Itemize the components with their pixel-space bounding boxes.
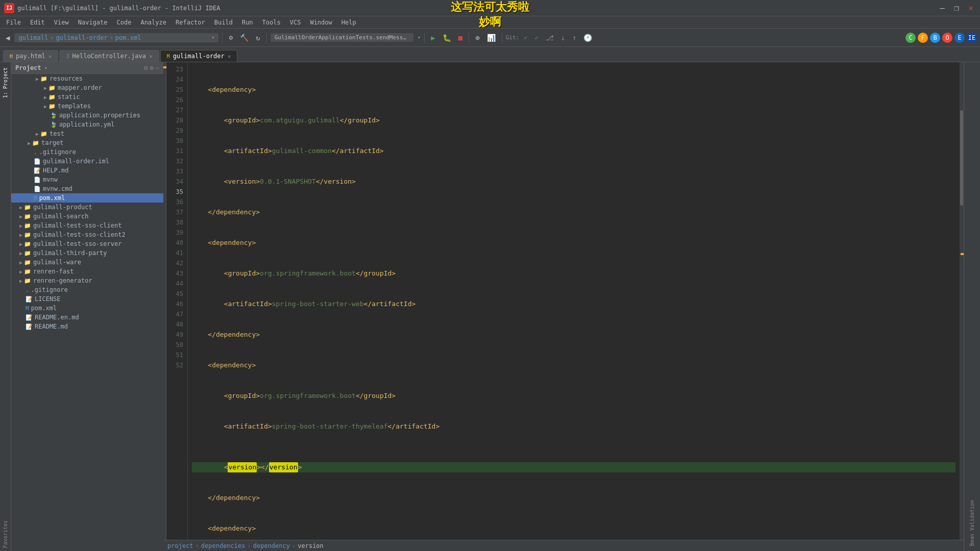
path-dependency[interactable]: dependency <box>253 542 290 549</box>
sync-button[interactable]: ↻ <box>253 33 262 43</box>
tab-close-order[interactable]: ✕ <box>228 53 231 60</box>
menu-build[interactable]: Build <box>210 18 237 27</box>
tree-item-gitignore-order[interactable]: . .gitignore <box>11 147 163 157</box>
tree-item-app-properties[interactable]: 🍃 application.properties <box>11 111 163 120</box>
menu-analyze[interactable]: Analyze <box>136 18 170 27</box>
coverage-button[interactable]: ⊕ <box>473 33 482 43</box>
run-button[interactable]: ▶ <box>428 33 437 43</box>
breadcrumb-gulimall[interactable]: gulimall <box>18 34 48 41</box>
hide-panel-icon[interactable]: — <box>156 64 159 71</box>
minimize-button[interactable]: — <box>937 3 947 13</box>
tree-item-help-md[interactable]: 📝 HELP.md <box>11 166 163 175</box>
tree-item-renren-gen[interactable]: ▶ 📁 renren-generator <box>11 276 163 285</box>
run-config-dropdown[interactable]: ▾ <box>418 34 421 41</box>
tree-item-search[interactable]: ▶ 📁 gulimall-search <box>11 212 163 221</box>
breadcrumb-order[interactable]: gulimall-order <box>56 34 107 41</box>
line-num-44: 44 <box>168 279 183 289</box>
settings-icon[interactable]: ⚙ <box>150 64 154 71</box>
menu-view[interactable]: View <box>50 18 73 27</box>
code-editor[interactable]: <dependency> <groupId>com.atguigu.gulima… <box>188 62 960 540</box>
tree-item-mvnw[interactable]: 📄 mvnw <box>11 175 163 184</box>
settings-button[interactable]: ⚙ <box>226 33 235 42</box>
tree-item-readme-en[interactable]: 📝 README.en.md <box>11 313 163 322</box>
tree-item-renren-fast[interactable]: ▶ 📁 renren-fast <box>11 267 163 276</box>
editor-scrollbar[interactable] <box>960 62 964 540</box>
breadcrumb-pomxml[interactable]: pom.xml <box>115 34 141 41</box>
git-update[interactable]: ↓ <box>558 33 568 43</box>
project-dropdown[interactable]: ▾ <box>44 65 48 71</box>
tree-item-third-party[interactable]: ▶ 📁 gulimall-third-party <box>11 248 163 258</box>
menu-help[interactable]: Help <box>337 18 360 27</box>
git-checkmark[interactable]: ✓ <box>521 33 530 42</box>
tree-item-test[interactable]: ▶ 📁 test <box>11 129 163 138</box>
opera-icon[interactable]: O <box>942 33 952 43</box>
tree-label-help: HELP.md <box>43 167 69 174</box>
tree-item-templates[interactable]: ▶ 📁 templates <box>11 102 163 111</box>
ie-icon[interactable]: IE <box>967 33 977 43</box>
tree-item-mapper-order[interactable]: ▶ 📁 mapper.order <box>11 83 163 92</box>
path-dependencies[interactable]: dependencies <box>201 542 246 549</box>
browser3-icon[interactable]: B <box>930 33 940 43</box>
menu-vcs[interactable]: VCS <box>286 18 305 27</box>
git-tick[interactable]: ✓ <box>532 33 541 42</box>
tree-item-readme[interactable]: 📝 README.md <box>11 322 163 331</box>
tree-item-sso-client[interactable]: ▶ 📁 gulimall-test-sso-client <box>11 221 163 230</box>
tree-item-app-yml[interactable]: 🍃 application.yml <box>11 120 163 129</box>
menu-code[interactable]: Code <box>113 18 136 27</box>
tree-item-pom-order[interactable]: M pom.xml <box>11 193 163 203</box>
path-sep-2: › <box>248 542 251 549</box>
tree-item-resources[interactable]: ▶ 📁 resources <box>11 74 163 83</box>
line-num-46: 46 <box>168 299 183 309</box>
scrollbar-thumb[interactable] <box>960 110 963 206</box>
close-button[interactable]: ✕ <box>966 3 976 13</box>
tree-item-static[interactable]: ▶ 📁 static <box>11 92 163 102</box>
debug-button[interactable]: 🐛 <box>440 33 454 43</box>
tree-item-order-iml[interactable]: 📄 gulimall-order.iml <box>11 157 163 166</box>
menu-file[interactable]: File <box>2 18 25 27</box>
menu-navigate[interactable]: Navigate <box>74 18 112 27</box>
tab-hello-controller[interactable]: J HelloController.java ✕ <box>59 50 159 62</box>
tab-close-pay[interactable]: ✕ <box>48 53 52 60</box>
collapse-all-icon[interactable]: ⊟ <box>144 64 148 71</box>
tree-item-sso-server[interactable]: ▶ 📁 gulimall-test-sso-server <box>11 239 163 248</box>
firefox-icon[interactable]: F <box>918 33 928 43</box>
navigation-breadcrumb[interactable]: gulimall › gulimall-order › pom.xml ▾ <box>14 33 218 42</box>
line-num-38: 38 <box>168 217 183 228</box>
code-line-34: <artifactId>spring-boot-starter-thymelea… <box>192 421 955 432</box>
build-button[interactable]: 🔨 <box>237 33 251 43</box>
menu-tools[interactable]: Tools <box>258 18 285 27</box>
menu-refactor[interactable]: Refactor <box>172 18 209 27</box>
menu-edit[interactable]: Edit <box>26 18 49 27</box>
dropdown-arrow[interactable]: ▾ <box>211 34 215 41</box>
tree-item-sso-client2[interactable]: ▶ 📁 gulimall-test-sso-client2 <box>11 230 163 239</box>
chrome-icon[interactable]: C <box>905 33 916 43</box>
file-tree: ▶ 📁 resources ▶ 📁 mapper.order ▶ 📁 stati… <box>11 74 163 551</box>
tree-item-gitignore-root[interactable]: . .gitignore <box>11 285 163 294</box>
tab-close-hello[interactable]: ✕ <box>149 53 153 60</box>
stop-button[interactable]: ■ <box>456 33 465 43</box>
back-button[interactable]: ◀ <box>3 33 12 43</box>
tree-item-license[interactable]: 📝 LICENSE <box>11 294 163 304</box>
tab-pay-html[interactable]: H pay.html ✕ <box>3 50 58 62</box>
title-text: gulimall [F:\gulimall] - gulimall-order … <box>17 5 937 12</box>
tree-item-mvnw-cmd[interactable]: 📄 mvnw.cmd <box>11 184 163 193</box>
edge-icon[interactable]: E <box>954 33 965 43</box>
maximize-button[interactable]: ❐ <box>951 3 962 13</box>
chevron-icon: ▶ <box>19 205 22 210</box>
menu-run[interactable]: Run <box>238 18 257 27</box>
tree-item-ware[interactable]: ▶ 📁 gulimall-ware <box>11 258 163 267</box>
menu-window[interactable]: Window <box>306 18 336 27</box>
git-history[interactable]: 🕐 <box>581 33 595 43</box>
panel-tab-project[interactable]: 1: Project <box>1 64 10 101</box>
git-branch[interactable]: ⎇ <box>543 33 556 43</box>
tab-gulimall-order[interactable]: M gulimall-order ✕ <box>160 50 238 62</box>
tree-item-target[interactable]: ▶ 📁 target <box>11 138 163 147</box>
tree-item-pom-root[interactable]: M pom.xml <box>11 304 163 313</box>
tree-item-product[interactable]: ▶ 📁 gulimall-product <box>11 203 163 212</box>
path-project[interactable]: project <box>167 542 193 549</box>
panel-tab-bean-validation[interactable]: Bean Validation <box>967 497 977 549</box>
panel-tab-favorites[interactable]: Favorites <box>1 517 10 551</box>
run-config-select[interactable]: GulimallOrderApplicationTests.sendMessag… <box>271 33 413 42</box>
profiler-button[interactable]: 📊 <box>484 33 498 43</box>
git-push[interactable]: ↑ <box>570 33 579 43</box>
